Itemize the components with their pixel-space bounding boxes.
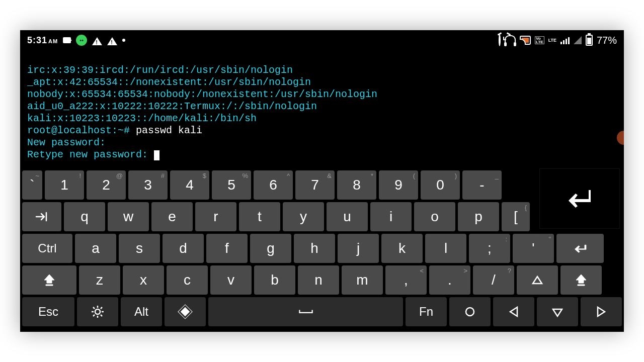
svg-line-8 xyxy=(93,315,95,316)
shift-icon xyxy=(42,273,57,288)
key-fn[interactable]: Fn xyxy=(406,297,447,326)
key-w[interactable]: w xyxy=(108,202,149,231)
shift-icon xyxy=(574,273,589,288)
terminal-output[interactable]: irc:x:39:39:ircd:/run/ircd:/usr/sbin/nol… xyxy=(20,50,624,165)
key-semicolon[interactable]: :; xyxy=(469,234,510,263)
enter-key-preview[interactable] xyxy=(539,168,620,229)
key-y[interactable]: y xyxy=(283,202,324,231)
key-comma[interactable]: <, xyxy=(385,265,427,295)
key-q[interactable]: q xyxy=(64,202,105,231)
key-slash[interactable]: ?/ xyxy=(473,265,514,295)
key-4[interactable]: $4 xyxy=(170,170,209,200)
key-dash[interactable]: _- xyxy=(462,170,502,200)
warning-icon xyxy=(107,32,117,45)
key-shift-right[interactable] xyxy=(560,265,602,295)
volte-icon: Vo LTE xyxy=(535,36,544,44)
gear-icon xyxy=(90,304,105,319)
status-ampm: AM xyxy=(48,38,58,44)
terminal-line: Retype new password: xyxy=(27,149,148,160)
key-shift-left[interactable] xyxy=(22,265,76,295)
key-arrow-down[interactable] xyxy=(537,297,578,326)
key-l[interactable]: l xyxy=(425,234,466,263)
svg-rect-9 xyxy=(181,308,190,316)
svg-line-5 xyxy=(93,307,95,309)
key-ctrl[interactable]: Ctrl xyxy=(22,234,72,263)
key-nav-circle[interactable] xyxy=(449,297,491,326)
key-7[interactable]: &7 xyxy=(295,170,335,200)
key-h[interactable]: h xyxy=(294,234,335,263)
warning-icon xyxy=(92,32,102,45)
key-o[interactable]: o xyxy=(414,202,455,231)
svg-line-6 xyxy=(101,315,102,316)
key-1[interactable]: !1 xyxy=(45,170,84,200)
terminal-prompt: root@localhost:~# xyxy=(27,125,130,136)
key-quote[interactable]: "' xyxy=(513,234,554,263)
signal-bars-icon xyxy=(560,36,570,44)
triangle-down-icon xyxy=(550,304,565,319)
svg-line-7 xyxy=(101,307,102,309)
key-2[interactable]: @2 xyxy=(87,170,126,200)
key-arrow-up[interactable] xyxy=(517,265,558,295)
key-enter[interactable] xyxy=(556,234,604,263)
key-9[interactable]: (9 xyxy=(379,170,418,200)
key-backtick[interactable]: ~` xyxy=(22,170,42,200)
svg-point-11 xyxy=(466,308,474,316)
key-6[interactable]: ^6 xyxy=(254,170,293,200)
key-r[interactable]: r xyxy=(195,202,236,231)
triangle-up-icon xyxy=(530,273,545,288)
key-d[interactable]: d xyxy=(163,234,204,263)
terminal-command: passwd kali xyxy=(136,125,202,136)
lte-icon: LTE xyxy=(548,38,556,42)
key-z[interactable]: z xyxy=(79,265,120,295)
key-f[interactable]: f xyxy=(206,234,248,263)
key-a[interactable]: a xyxy=(75,234,116,263)
camera-icon xyxy=(63,37,71,43)
key-p[interactable]: p xyxy=(458,202,499,231)
key-period[interactable]: >. xyxy=(429,265,470,295)
triangle-right-icon xyxy=(594,304,609,319)
key-0[interactable]: )0 xyxy=(421,170,460,200)
enter-icon xyxy=(573,241,588,256)
key-settings[interactable] xyxy=(77,297,118,326)
key-5[interactable]: %5 xyxy=(212,170,251,200)
key-bracket-left[interactable]: {[ xyxy=(502,202,530,231)
terminal-line: nobody:x:65534:65534:nobody:/nonexistent… xyxy=(27,88,377,100)
key-8[interactable]: *8 xyxy=(337,170,376,200)
key-s[interactable]: s xyxy=(119,234,160,263)
key-tab[interactable] xyxy=(22,202,61,231)
status-bar: 5:31AM •• Vo LTE LTE 77% xyxy=(20,30,624,50)
key-alt[interactable]: Alt xyxy=(121,297,162,326)
key-arrow-right[interactable] xyxy=(581,297,622,326)
key-t[interactable]: t xyxy=(239,202,280,231)
key-g[interactable]: g xyxy=(250,234,291,263)
key-c[interactable]: c xyxy=(167,265,208,295)
key-arrow-left[interactable] xyxy=(493,297,534,326)
key-b[interactable]: b xyxy=(254,265,295,295)
key-e[interactable]: e xyxy=(151,202,193,231)
more-notifications-icon xyxy=(122,39,125,42)
terminal-line: irc:x:39:39:ircd:/run/ircd:/usr/sbin/nol… xyxy=(27,64,293,76)
status-bar-right: Vo LTE LTE 77% xyxy=(499,35,617,46)
key-3[interactable]: #3 xyxy=(128,170,168,200)
alarm-icon xyxy=(499,35,501,46)
cast-icon xyxy=(520,36,531,45)
headphones-icon xyxy=(505,35,516,45)
key-u[interactable]: u xyxy=(327,202,368,231)
key-x[interactable]: x xyxy=(123,265,164,295)
key-n[interactable]: n xyxy=(298,265,339,295)
key-m[interactable]: m xyxy=(342,265,383,295)
svg-point-0 xyxy=(95,309,100,314)
terminal-line: _apt:x:42:65534::/nonexistent:/usr/sbin/… xyxy=(27,76,311,88)
key-i[interactable]: i xyxy=(370,202,412,231)
key-space[interactable] xyxy=(208,297,403,326)
status-bar-left: 5:31AM •• xyxy=(27,34,125,47)
key-esc[interactable]: Esc xyxy=(22,297,74,326)
key-j[interactable]: j xyxy=(338,234,379,263)
terminal-line: New password: xyxy=(27,137,106,148)
key-meta[interactable] xyxy=(165,297,206,326)
status-time-value: 5:31 xyxy=(27,35,47,45)
battery-percent: 77% xyxy=(597,35,617,46)
key-k[interactable]: k xyxy=(381,234,423,263)
phone-screen: 5:31AM •• Vo LTE LTE 77% irc:x:39:39:irc… xyxy=(20,30,624,332)
key-v[interactable]: v xyxy=(210,265,252,295)
